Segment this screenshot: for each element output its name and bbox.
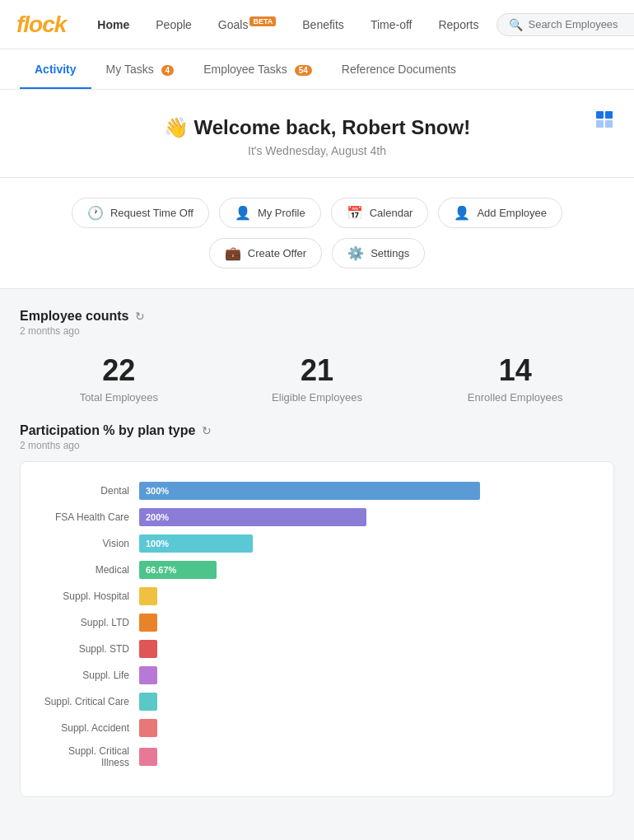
nav-reports[interactable]: Reports: [427, 13, 490, 36]
participation-header: Participation % by plan type ↻: [20, 423, 614, 438]
bar-label-vision: Vision: [40, 538, 139, 549]
tabs-bar: Activity My Tasks 4 Employee Tasks 54 Re…: [0, 49, 634, 90]
grid-icon: [594, 110, 614, 129]
search-box[interactable]: 🔍: [496, 13, 634, 36]
bar-track-suppl-std: [139, 640, 594, 658]
employee-counts-subtitle: 2 months ago: [20, 325, 614, 337]
bar-fill-fsa: 200%: [139, 508, 366, 526]
nav-people[interactable]: People: [144, 13, 203, 36]
bar-label-fsa: FSA Health Care: [40, 511, 139, 523]
total-employees-label: Total Employees: [20, 391, 218, 404]
eligible-employees-label: Eligible Employees: [218, 391, 417, 404]
bar-row-suppl-critical-care: Suppl. Critical Care: [40, 693, 594, 711]
welcome-title: 👋 Welcome back, Robert Snow!: [20, 116, 614, 139]
bar-fill-suppl-life: [139, 666, 157, 684]
bar-track-suppl-ltd: [139, 614, 594, 632]
welcome-section: 👋 Welcome back, Robert Snow! It's Wednes…: [0, 90, 634, 178]
grid-view-button[interactable]: [594, 110, 614, 133]
total-employees-number: 22: [20, 353, 218, 388]
bar-fill-vision: 100%: [139, 534, 253, 553]
bar-track-fsa: 200%: [139, 508, 594, 526]
logo-text: flock: [16, 12, 66, 38]
bar-track-suppl-critical-illness: [139, 748, 594, 766]
bar-row-dental: Dental 300%: [40, 482, 594, 500]
employee-counts-header: Employee counts ↻: [20, 309, 614, 324]
tab-activity[interactable]: Activity: [20, 49, 91, 89]
navbar: flock Home People GoalsBETA Benefits Tim…: [0, 0, 634, 49]
bar-fill-suppl-hospital: [139, 587, 157, 605]
svg-rect-5: [596, 120, 604, 128]
participation-title: Participation % by plan type: [20, 423, 195, 438]
bar-label-suppl-ltd: Suppl. LTD: [40, 617, 139, 628]
bar-track-suppl-accident: [139, 719, 594, 737]
wave-emoji: 👋: [164, 116, 194, 138]
bar-label-dental: Dental: [40, 485, 139, 497]
calendar-icon: 📅: [347, 205, 363, 221]
nav-home[interactable]: Home: [86, 13, 141, 36]
add-person-icon: 👤: [454, 205, 470, 221]
my-tasks-badge: 4: [161, 65, 175, 76]
nav-links: Home People GoalsBETA Benefits Time-off …: [86, 12, 490, 36]
search-input[interactable]: [528, 18, 634, 30]
briefcase-icon: 💼: [225, 245, 241, 261]
participation-section: Participation % by plan type ↻ 2 months …: [20, 417, 614, 804]
add-employee-button[interactable]: 👤 Add Employee: [438, 198, 562, 228]
bar-track-vision: 100%: [139, 534, 594, 553]
bar-fill-dental: 300%: [139, 482, 480, 500]
refresh-icon[interactable]: ↻: [135, 310, 145, 323]
bar-row-suppl-std: Suppl. STD: [40, 640, 594, 658]
settings-button[interactable]: ⚙️ Settings: [332, 238, 425, 268]
bar-row-fsa: FSA Health Care 200%: [40, 508, 594, 526]
employee-counts-section: Employee counts ↻ 2 months ago 22 Total …: [20, 289, 614, 417]
bar-label-suppl-life: Suppl. Life: [40, 670, 139, 681]
beta-badge: BETA: [249, 16, 276, 26]
bar-row-suppl-accident: Suppl. Accident: [40, 719, 594, 737]
enrolled-employees-label: Enrolled Employees: [416, 391, 614, 404]
participation-refresh-icon[interactable]: ↻: [202, 424, 212, 437]
my-profile-button[interactable]: 👤 My Profile: [219, 198, 321, 228]
bar-row-suppl-hospital: Suppl. Hospital: [40, 587, 594, 605]
bar-fill-medical: 66.67%: [139, 561, 217, 579]
tab-reference-documents[interactable]: Reference Documents: [327, 49, 471, 89]
svg-rect-4: [605, 111, 613, 119]
bar-fill-suppl-ltd: [139, 614, 157, 632]
request-time-off-button[interactable]: 🕐 Request Time Off: [72, 198, 209, 228]
nav-timeoff[interactable]: Time-off: [359, 13, 424, 36]
bar-label-suppl-accident: Suppl. Accident: [40, 722, 139, 734]
svg-rect-6: [605, 120, 613, 128]
bar-track-medical: 66.67%: [139, 561, 594, 579]
stats-row: 22 Total Employees 21 Eligible Employees…: [20, 353, 614, 404]
bar-row-suppl-critical-illness: Suppl. Critical Illness: [40, 745, 594, 768]
gear-icon: ⚙️: [347, 245, 364, 261]
tab-my-tasks[interactable]: My Tasks 4: [91, 49, 189, 89]
quick-actions: 🕐 Request Time Off 👤 My Profile 📅 Calend…: [0, 178, 634, 289]
bar-label-suppl-critical-illness: Suppl. Critical Illness: [40, 745, 139, 768]
bar-fill-suppl-accident: [139, 719, 157, 737]
logo[interactable]: flock: [16, 12, 66, 38]
bar-label-suppl-hospital: Suppl. Hospital: [40, 590, 139, 602]
nav-goals[interactable]: GoalsBETA: [207, 12, 287, 36]
total-employees-stat: 22 Total Employees: [20, 353, 218, 404]
create-offer-button[interactable]: 💼 Create Offer: [209, 238, 322, 268]
chart-container: Dental 300% FSA Health Care 200% Vision …: [20, 461, 614, 797]
bar-fill-suppl-critical-illness: [139, 748, 157, 766]
bar-label-suppl-critical-care: Suppl. Critical Care: [40, 696, 139, 707]
bar-track-suppl-life: [139, 666, 594, 684]
main-content: 👋 Welcome back, Robert Snow! It's Wednes…: [0, 90, 634, 824]
eligible-employees-stat: 21 Eligible Employees: [218, 353, 417, 404]
participation-subtitle: 2 months ago: [20, 440, 614, 451]
nav-right: 🔍 🔔 4 ? Robert ▼: [496, 12, 634, 38]
welcome-date: It's Wednesday, August 4th: [20, 144, 614, 157]
employee-tasks-badge: 54: [295, 65, 312, 76]
bar-fill-suppl-critical-care: [139, 693, 157, 711]
enrolled-employees-stat: 14 Enrolled Employees: [416, 353, 614, 404]
calendar-button[interactable]: 📅 Calendar: [331, 198, 429, 228]
nav-benefits[interactable]: Benefits: [291, 13, 356, 36]
bar-row-medical: Medical 66.67%: [40, 561, 594, 579]
bar-row-suppl-ltd: Suppl. LTD: [40, 614, 594, 632]
bar-track-dental: 300%: [139, 482, 594, 500]
bar-fill-suppl-std: [139, 640, 157, 658]
bar-label-suppl-std: Suppl. STD: [40, 643, 139, 655]
tab-employee-tasks[interactable]: Employee Tasks 54: [189, 49, 327, 89]
bar-label-medical: Medical: [40, 564, 139, 576]
